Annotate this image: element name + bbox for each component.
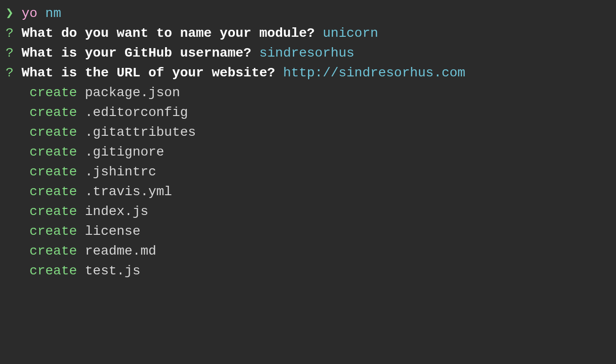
create-filename: .gitattributes	[85, 125, 196, 140]
terminal-output: ❯ yo nm ? What do you want to name your …	[6, 4, 610, 281]
prompt-question-2: ? What is your GitHub username? sindreso…	[6, 43, 610, 63]
command-nm: nm	[45, 6, 61, 21]
create-filename: .travis.yml	[85, 184, 172, 199]
prompt-caret: ❯	[6, 6, 14, 21]
question-text: What is the URL of your website?	[22, 66, 275, 80]
create-line: create .editorconfig	[6, 103, 610, 123]
create-action: create	[29, 125, 77, 140]
create-line: create index.js	[6, 202, 610, 222]
question-answer: sindresorhus	[259, 46, 355, 60]
create-line: create .jshintrc	[6, 162, 610, 182]
create-action: create	[29, 165, 77, 179]
question-mark-icon: ?	[6, 66, 14, 80]
create-filename: .jshintrc	[85, 165, 156, 179]
question-answer: unicorn	[323, 26, 378, 41]
create-action: create	[29, 204, 77, 219]
create-filename: package.json	[85, 85, 180, 100]
create-line: create .gitattributes	[6, 123, 610, 142]
prompt-question-1: ? What do you want to name your module? …	[6, 24, 610, 43]
create-line: create readme.md	[6, 241, 610, 261]
create-action: create	[29, 184, 77, 199]
question-text: What do you want to name your module?	[22, 26, 315, 41]
question-mark-icon: ?	[6, 46, 14, 60]
command-yo: yo	[22, 6, 38, 21]
create-filename: readme.md	[85, 244, 156, 258]
create-filename: test.js	[85, 264, 141, 278]
create-line: create test.js	[6, 261, 610, 281]
create-filename: index.js	[85, 204, 148, 219]
create-line: create package.json	[6, 83, 610, 103]
create-action: create	[29, 85, 77, 100]
question-answer: http://sindresorhus.com	[283, 66, 465, 80]
create-action: create	[29, 224, 77, 239]
create-action: create	[29, 145, 77, 159]
command-line: ❯ yo nm	[6, 4, 610, 24]
create-line: create .gitignore	[6, 142, 610, 162]
prompt-question-3: ? What is the URL of your website? http:…	[6, 63, 610, 83]
create-filename: .editorconfig	[85, 105, 188, 120]
create-action: create	[29, 105, 77, 120]
create-action: create	[29, 244, 77, 258]
create-action: create	[29, 264, 77, 278]
create-filename: .gitignore	[85, 145, 164, 159]
create-line: create .travis.yml	[6, 182, 610, 202]
create-line: create license	[6, 222, 610, 241]
question-text: What is your GitHub username?	[22, 46, 251, 60]
question-mark-icon: ?	[6, 26, 14, 41]
create-filename: license	[85, 224, 141, 239]
